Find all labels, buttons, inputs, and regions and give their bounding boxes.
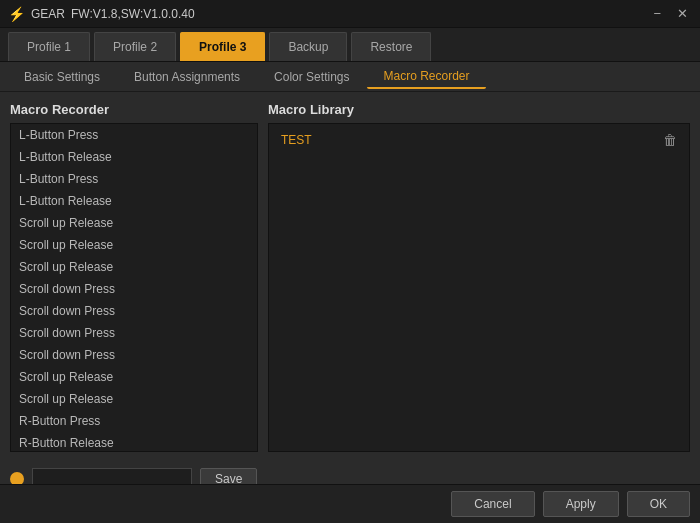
list-item[interactable]: Scroll down Press [11,344,257,366]
tab-backup[interactable]: Backup [269,32,347,61]
app-logo-icon: ⚡ [8,6,25,22]
app-name: GEAR [31,7,65,21]
tab-basic-settings[interactable]: Basic Settings [8,66,116,88]
list-item[interactable]: L-Button Press [11,168,257,190]
macro-library-title: Macro Library [268,102,690,117]
delete-icon[interactable]: 🗑 [663,132,677,148]
titlebar-left: ⚡ GEAR FW:V1.8,SW:V1.0.0.40 [8,6,195,22]
macro-library-list[interactable]: TEST 🗑 [268,123,690,452]
tab-profile3[interactable]: Profile 3 [180,32,265,61]
macro-library-panel: Macro Library TEST 🗑 [268,102,690,452]
ok-button[interactable]: OK [627,491,690,517]
list-item[interactable]: L-Button Release [11,190,257,212]
list-item[interactable]: R-Button Press [11,410,257,432]
list-item[interactable]: Scroll up Release [11,256,257,278]
tab-button-assignments[interactable]: Button Assignments [118,66,256,88]
footer: Cancel Apply OK [0,484,700,523]
library-item[interactable]: TEST 🗑 [273,128,685,152]
profile-tabs: Profile 1 Profile 2 Profile 3 Backup Res… [0,28,700,62]
tab-color-settings[interactable]: Color Settings [258,66,365,88]
minimize-button[interactable]: − [649,6,665,21]
close-button[interactable]: ✕ [673,6,692,21]
titlebar: ⚡ GEAR FW:V1.8,SW:V1.0.0.40 − ✕ [0,0,700,28]
tab-macro-recorder[interactable]: Macro Recorder [367,65,485,89]
list-item[interactable]: Scroll up Release [11,366,257,388]
list-item[interactable]: L-Button Press [11,124,257,146]
library-item-name: TEST [281,133,312,147]
list-item[interactable]: Scroll down Press [11,322,257,344]
tab-restore[interactable]: Restore [351,32,431,61]
tab-profile2[interactable]: Profile 2 [94,32,176,61]
list-item[interactable]: Scroll up Release [11,388,257,410]
macro-recorder-panel: Macro Recorder L-Button Press L-Button R… [10,102,258,452]
macro-recorder-title: Macro Recorder [10,102,258,117]
main-content: Macro Recorder L-Button Press L-Button R… [0,92,700,462]
sub-tabs: Basic Settings Button Assignments Color … [0,62,700,92]
firmware-version: FW:V1.8,SW:V1.0.0.40 [71,7,195,21]
list-item[interactable]: Scroll up Release [11,234,257,256]
list-item[interactable]: Scroll up Release [11,212,257,234]
macro-list[interactable]: L-Button Press L-Button Release L-Button… [10,123,258,452]
list-item[interactable]: L-Button Release [11,146,257,168]
list-item[interactable]: Scroll down Press [11,300,257,322]
apply-button[interactable]: Apply [543,491,619,517]
titlebar-controls: − ✕ [649,6,692,21]
list-item[interactable]: R-Button Release [11,432,257,452]
tab-profile1[interactable]: Profile 1 [8,32,90,61]
list-item[interactable]: Scroll down Press [11,278,257,300]
cancel-button[interactable]: Cancel [451,491,534,517]
